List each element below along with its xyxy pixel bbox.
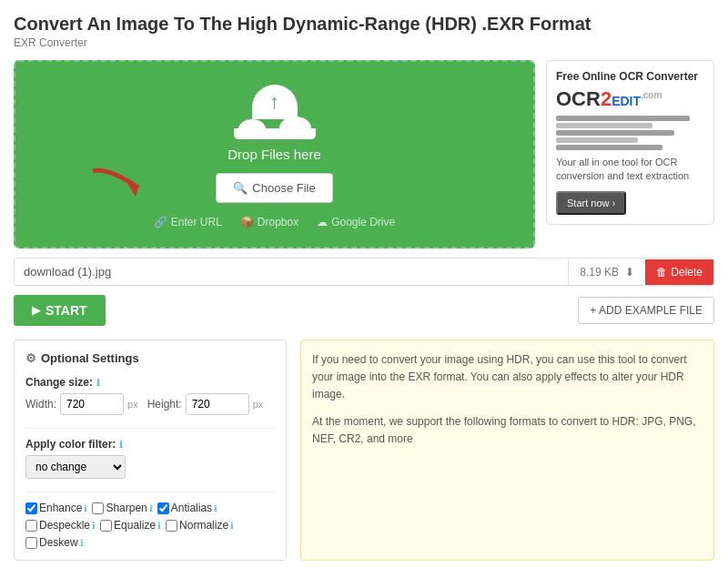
delete-button[interactable]: 🗑 Delete [645,259,713,285]
play-icon: ▶ [32,304,40,317]
drop-zone[interactable]: ↑ Drop Files here 🔍 Choose File [14,60,535,248]
dropbox-icon: 📦 [240,216,254,228]
info-panel: If you need to convert your image using … [300,340,714,561]
ad-title: Free Online OCR Converter [556,70,704,83]
antialias-checkbox-item: Antialias ℹ [157,502,217,514]
cloud-icon: ↑ [238,85,311,139]
settings-title: ⚙ Optional Settings [25,351,275,365]
despeckle-checkbox[interactable] [25,520,37,532]
page-subtitle: EXR Converter [14,36,714,49]
file-name: download (1).jpg [15,259,568,285]
dropbox-link[interactable]: 📦 Dropbox [240,216,298,228]
add-example-button[interactable]: + ADD EXAMPLE FILE [578,297,714,324]
trash-icon: 🗑 [656,266,667,279]
enhance-label: Enhance [39,502,82,514]
arrow-pointer [88,162,161,201]
color-filter-group: Apply color filter: ℹ no change grayscal… [25,438,275,479]
enhance-checkbox-item: Enhance ℹ [25,502,87,514]
change-size-group: Change size: ℹ Width: px Height: px [25,376,275,415]
action-row: ▶ START + ADD EXAMPLE FILE [14,295,714,326]
enhance-checkbox[interactable] [25,502,37,514]
page-title: Convert An Image To The High Dynamic-Ran… [14,14,714,35]
despeckle-checkbox-item: Despeckle ℹ [25,519,96,532]
settings-panel: ⚙ Optional Settings Change size: ℹ Width… [14,340,287,561]
ad-panel: Free Online OCR Converter OCR2EDIT.com Y… [546,60,714,258]
drop-text: Drop Files here [34,147,515,162]
dimension-row: Width: px Height: px [25,393,275,415]
equalize-checkbox-item: Equalize ℹ [100,519,161,532]
normalize-checkbox[interactable] [166,520,177,532]
search-icon: 🔍 [233,181,248,195]
normalize-checkbox-item: Normalize ℹ [166,519,234,532]
normalize-label: Normalize [179,519,228,532]
width-px-label: px [127,399,138,410]
color-filter-info-icon[interactable]: ℹ [119,440,123,450]
choose-file-button[interactable]: 🔍 Choose File [216,173,332,203]
start-button[interactable]: ▶ START [14,295,106,326]
deskew-checkbox-item: Deskew ℹ [25,536,84,549]
choose-file-label: Choose File [252,181,315,195]
normalize-info-icon[interactable]: ℹ [230,521,234,531]
ad-start-button[interactable]: Start now › [556,191,626,215]
antialias-info-icon[interactable]: ℹ [214,503,217,513]
change-size-label: Change size: ℹ [25,376,275,389]
equalize-info-icon[interactable]: ℹ [157,521,161,531]
sharpen-info-icon[interactable]: ℹ [149,503,153,513]
deskew-checkbox[interactable] [25,537,37,549]
sharpen-label: Sharpen [106,502,147,514]
gear-icon: ⚙ [25,351,36,365]
height-field: Height: px [147,393,264,415]
file-info-row: download (1).jpg 8.19 KB ⬇ 🗑 Delete [14,258,714,286]
color-filter-label: Apply color filter: ℹ [25,438,275,451]
equalize-label: Equalize [114,519,156,532]
download-icon: ⬇ [625,266,634,279]
info-paragraph-1: If you need to convert your image using … [312,351,703,404]
antialias-checkbox[interactable] [157,502,169,514]
sharpen-checkbox-item: Sharpen ℹ [92,502,152,514]
equalize-checkbox[interactable] [100,520,112,532]
upload-links: 🔗 Enter URL 📦 Dropbox ☁ Google Drive [34,216,515,228]
lower-content: ⚙ Optional Settings Change size: ℹ Width… [14,340,714,561]
info-paragraph-2: At the moment, we support the following … [312,413,703,448]
sharpen-checkbox[interactable] [92,502,104,514]
height-input[interactable] [186,393,249,415]
google-drive-link[interactable]: ☁ Google Drive [317,216,395,228]
ad-description: Your all in one tool for OCR conversion … [556,156,704,184]
left-panel: ↑ Drop Files here 🔍 Choose File [14,60,535,258]
file-size: 8.19 KB ⬇ [568,259,645,285]
color-filter-select[interactable]: no change grayscale sepia invert [25,455,126,479]
link-icon: 🔗 [154,216,167,228]
width-input[interactable] [60,393,124,415]
ad-logo: OCR2EDIT.com [556,87,704,111]
ad-bars [556,116,704,150]
main-content: ↑ Drop Files here 🔍 Choose File [14,60,714,258]
antialias-label: Antialias [171,502,212,514]
width-field: Width: px [25,393,138,415]
google-drive-icon: ☁ [317,216,328,228]
height-label: Height: [147,398,182,411]
deskew-label: Deskew [39,536,78,549]
width-label: Width: [25,398,56,411]
change-size-info-icon[interactable]: ℹ [96,378,100,388]
page-wrapper: Convert An Image To The High Dynamic-Ran… [0,0,728,568]
despeckle-label: Despeckle [39,519,90,532]
deskew-info-icon[interactable]: ℹ [80,538,84,548]
enhance-info-icon[interactable]: ℹ [84,503,87,513]
despeckle-info-icon[interactable]: ℹ [92,521,96,531]
height-px-label: px [253,399,264,410]
checkbox-row: Enhance ℹ Sharpen ℹ Antialias ℹ Despeckl… [25,502,275,549]
enter-url-link[interactable]: 🔗 Enter URL [154,216,222,228]
